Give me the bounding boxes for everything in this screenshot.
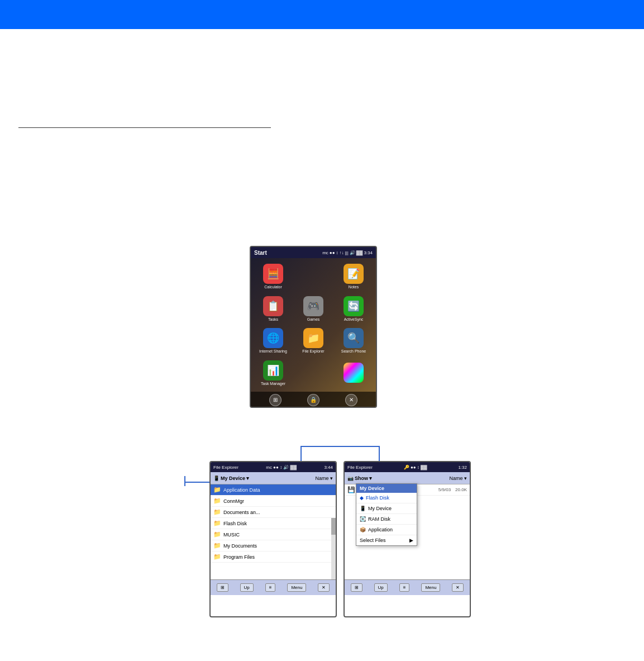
arrow-line [184, 482, 210, 483]
app-task-manager[interactable]: 📊 Task Manager [254, 358, 292, 388]
folder-icon-appdata: 📁 [213, 486, 221, 493]
start-btn-lock[interactable]: 🔒 [307, 394, 319, 406]
fe-left-btn-menu-icon[interactable]: ≡ [265, 583, 276, 592]
status-signal: ●● [330, 250, 335, 255]
fe-file-documents[interactable]: 📁 Documents an... [211, 507, 336, 518]
app-games[interactable]: 🎮 Games [294, 294, 332, 324]
status-wifi: ↕ [336, 250, 338, 255]
start-btn-windows[interactable]: ⊞ [269, 394, 282, 406]
internet-sharing-label: Internet Sharing [259, 349, 287, 354]
fe-left-btn-close[interactable]: ✕ [318, 583, 330, 592]
tasks-icon: 📋 [263, 296, 283, 316]
folder-icon-mydocs: 📁 [213, 542, 221, 549]
fe-file-programfiles[interactable]: 📁 Program Files [211, 551, 336, 563]
app-internet-sharing[interactable]: 🌐 Internet Sharing [254, 326, 292, 356]
fe-file-connmgr[interactable]: 📁 ConnMgr [211, 496, 336, 507]
status-volume: 🔊 [350, 250, 355, 255]
folder-icon-connmgr: 📁 [213, 497, 221, 505]
fe-right-nav-bar: 📷 Show ▾ Name ▾ [345, 472, 470, 484]
start-btn-close[interactable]: ✕ [345, 394, 357, 406]
games-icon: 🎮 [303, 296, 323, 316]
folder-icon-docs: 📁 [213, 508, 221, 516]
status-bars: ||| [345, 250, 349, 255]
phone-start-screen: Start mc ●● ↕ ↑↓ ||| 🔊 ▓▓ 3:34 🧮 Calcula… [250, 246, 377, 408]
fe-left-title: File Explorer [213, 465, 238, 470]
app-grid: 🧮 Calculator 📝 Notes 📋 Tasks 🎮 Games 🔄 A… [251, 258, 376, 392]
colorful-icon [344, 363, 364, 383]
dropdown-select-files[interactable]: Select Files ▶ [356, 535, 417, 545]
notes-label: Notes [349, 285, 359, 289]
file-size: 20.0K [455, 487, 467, 492]
annotation-v-line-2 [379, 446, 380, 462]
fe-right-btn-close[interactable]: ✕ [452, 583, 464, 592]
dropdown-item-flashdisk[interactable]: ◆ Flash Disk [356, 493, 417, 503]
fe-file-music[interactable]: 📁 MUSIC [211, 529, 336, 540]
fe-left-btn-up[interactable]: Up [240, 583, 254, 592]
task-manager-icon: 📊 [263, 360, 283, 381]
fe-right-sort[interactable]: Name ▾ [449, 475, 467, 481]
dropdown-header: My Device [356, 484, 417, 493]
fe-right-btn-windows[interactable]: ⊞ [351, 583, 362, 592]
fe-left-sort[interactable]: Name ▾ [315, 475, 333, 481]
folder-icon-progfiles: 📁 [213, 553, 221, 560]
file-explorer-label: File Explorer [302, 349, 324, 354]
dropdown-item-mydevice[interactable]: 📱 My Device [356, 503, 417, 514]
folder-icon-flash: 📁 [213, 520, 221, 527]
fe-file-mydocuments[interactable]: 📁 My Documents [211, 540, 336, 551]
fe-right-btn-menu[interactable]: Menu [421, 583, 440, 592]
status-battery: ▓▓ [356, 250, 363, 255]
tasks-label: Tasks [268, 317, 278, 322]
fe-right-btn-menu-icon[interactable]: ≡ [399, 583, 410, 592]
start-status-bar: Start mc ●● ↕ ↑↓ ||| 🔊 ▓▓ 3:34 [251, 247, 376, 258]
fe-left-location[interactable]: 📱 My Device ▾ [213, 475, 249, 481]
fe-left-nav-bar: 📱 My Device ▾ Name ▾ [211, 472, 336, 484]
header-bar [0, 0, 644, 29]
application-icon: 📦 [360, 527, 366, 532]
activesync-icon: 🔄 [344, 296, 364, 316]
file-date: 5/9/03 [438, 487, 451, 492]
app-colorful[interactable] [335, 358, 373, 388]
activesync-label: ActiveSync [344, 317, 364, 322]
fe-right-btn-up[interactable]: Up [374, 583, 388, 592]
start-title: Start [254, 250, 267, 256]
app-calculator[interactable]: 🧮 Calculator [254, 261, 292, 292]
fe-right-location[interactable]: 📷 Show ▾ [347, 475, 372, 481]
right-sort-chevron-icon: ▾ [464, 475, 467, 481]
start-status-icons: mc ●● ↕ ↑↓ ||| 🔊 ▓▓ 3:34 [322, 250, 373, 255]
fe-file-application-data[interactable]: 📁 Application Data [211, 484, 336, 496]
app-file-explorer[interactable]: 📁 File Explorer [294, 326, 332, 356]
task-manager-label: Task Manager [261, 382, 285, 386]
ramdisk-icon: 💽 [360, 516, 366, 522]
search-phone-icon: 🔍 [344, 328, 364, 348]
sort-chevron-icon: ▾ [330, 475, 333, 481]
fe-right-dropdown: My Device ◆ Flash Disk 📱 My Device 💽 RAM… [356, 483, 417, 546]
dropdown-item-ramdisk[interactable]: 💽 RAM Disk [356, 514, 417, 525]
games-label: Games [307, 317, 320, 322]
app-search-phone[interactable]: 🔍 Search Phone [335, 326, 373, 356]
fe-left-status-icons: mc ●● ↕ 🔊 ▓▓ [266, 465, 297, 470]
fe-left-file-list: 📁 Application Data 📁 ConnMgr 📁 Documents… [211, 484, 336, 579]
notes-icon: 📝 [344, 264, 364, 284]
chevron-down-icon: ▾ [246, 475, 249, 481]
show-chevron-icon: ▾ [369, 475, 372, 481]
calculator-label: Calculator [264, 285, 282, 289]
flash-disk-icon: 💾 [347, 486, 355, 493]
file-explorer-icon: 📁 [303, 328, 323, 348]
fe-left-btn-menu[interactable]: Menu [287, 583, 306, 592]
app-notes[interactable]: 📝 Notes [335, 261, 373, 292]
app-activesync[interactable]: 🔄 ActiveSync [335, 294, 373, 324]
phone-file-explorer-right: File Explorer 🔑 ●● ↕ ▓▓ 1:32 📷 Show ▾ Na… [344, 461, 471, 617]
dropdown-item-application[interactable]: 📦 Application [356, 525, 417, 535]
fe-left-btn-windows[interactable]: ⊞ [217, 583, 228, 592]
phone-file-explorer-left: File Explorer mc ●● ↕ 🔊 ▓▓ 3:44 📱 My Dev… [209, 461, 337, 617]
internet-sharing-icon: 🌐 [263, 328, 283, 348]
fe-left-scrollbar[interactable] [331, 518, 336, 579]
fe-right-time: 1:32 [458, 465, 467, 470]
mydevice-device-icon: 📱 [360, 506, 366, 511]
app-tasks[interactable]: 📋 Tasks [254, 294, 292, 324]
fe-left-scrollbar-thumb [331, 518, 336, 535]
status-mc: mc [322, 250, 328, 255]
folder-icon-music: 📁 [213, 531, 221, 538]
fe-file-flashdisk[interactable]: 📁 Flash Disk [211, 518, 336, 529]
calculator-icon: 🧮 [263, 264, 283, 284]
